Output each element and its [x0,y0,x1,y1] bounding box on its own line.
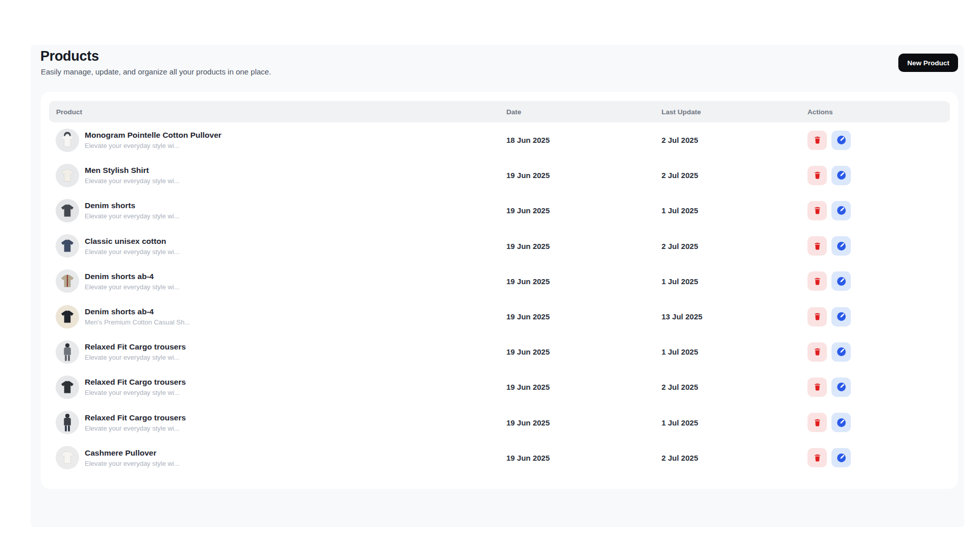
table-row: Denim shorts ab-4 Elevate your everyday … [49,264,950,299]
date-cell: 19 Jun 2025 [506,418,662,427]
product-description: Elevate your everyday style wi... [85,460,180,467]
table-row: Classic unisex cotton Elevate your every… [49,229,950,264]
last-update-cell: 2 Jul 2025 [662,454,807,462]
trash-icon [813,206,822,215]
last-update-cell: 1 Jul 2025 [662,347,807,356]
edit-button[interactable] [831,271,851,291]
product-cell: Denim shorts ab-4 Men's Premium Cotton C… [49,305,506,329]
edit-button[interactable] [831,378,851,397]
edit-pencil-icon [836,276,847,287]
product-description: Elevate your everyday style wi... [85,389,186,396]
product-image [56,305,79,329]
delete-button[interactable] [807,342,827,362]
actions-cell [807,448,949,467]
table-body: Monogram Pointelle Cotton Pullover Eleva… [49,122,950,475]
date-cell: 19 Jun 2025 [506,454,662,462]
edit-pencil-icon [836,382,847,392]
table-row: Denim shorts ab-4 Men's Premium Cotton C… [49,299,950,334]
trash-icon [813,383,822,391]
date-cell: 19 Jun 2025 [506,312,662,321]
last-update-cell: 1 Jul 2025 [662,277,807,286]
date-cell: 19 Jun 2025 [506,242,662,251]
edit-button[interactable] [831,131,851,150]
garment-icon [56,411,79,434]
delete-button[interactable] [807,307,827,327]
product-name: Classic unisex cotton [85,237,180,246]
column-header-product: Product [49,108,506,116]
actions-cell [807,166,949,185]
delete-button[interactable] [807,448,827,467]
product-image [56,375,79,399]
delete-button[interactable] [807,166,827,185]
product-cell: Denim shorts ab-4 Elevate your everyday … [49,269,506,293]
product-cell: Relaxed Fit Cargo trousers Elevate your … [49,375,506,399]
product-image [56,446,79,469]
edit-pencil-icon [836,170,847,181]
product-description: Elevate your everyday style wi... [85,424,186,432]
product-description: Elevate your everyday style wi... [85,177,180,185]
date-cell: 19 Jun 2025 [506,383,662,391]
product-cell: Monogram Pointelle Cotton Pullover Eleva… [49,129,506,152]
trash-icon [813,171,822,180]
last-update-cell: 13 Jul 2025 [662,312,807,321]
delete-button[interactable] [807,378,827,397]
edit-button[interactable] [831,166,851,185]
garment-icon [56,269,79,293]
last-update-cell: 1 Jul 2025 [662,206,807,215]
date-cell: 19 Jun 2025 [506,277,662,286]
product-cell: Classic unisex cotton Elevate your every… [49,234,506,258]
last-update-cell: 2 Jul 2025 [662,136,807,144]
actions-cell [807,307,949,327]
product-name: Cashmere Pullover [85,448,180,458]
actions-cell [807,201,949,220]
new-product-button[interactable]: New Product [898,54,958,72]
edit-button[interactable] [831,413,851,432]
product-name: Relaxed Fit Cargo trousers [85,378,186,387]
trash-icon [813,454,822,462]
product-description: Men's Premium Cotton Casual Sh... [85,318,190,326]
edit-pencil-icon [836,453,847,463]
edit-button[interactable] [831,307,851,327]
product-description: Elevate your everyday style wi... [85,142,222,149]
product-name: Monogram Pointelle Cotton Pullover [85,131,222,140]
products-panel: Products Easily manage, update, and orga… [31,45,964,527]
trash-icon [813,277,822,286]
garment-icon [56,446,79,469]
product-description: Elevate your everyday style wi... [85,283,180,291]
product-name: Relaxed Fit Cargo trousers [85,413,186,422]
garment-icon [56,234,79,258]
date-cell: 18 Jun 2025 [506,136,662,144]
garment-icon [56,164,79,187]
product-description: Elevate your everyday style wi... [85,248,180,256]
delete-button[interactable] [807,201,827,220]
table-header-row: Product Date Last Update Actions [49,101,950,122]
product-image [56,164,79,187]
delete-button[interactable] [807,413,827,432]
product-cell: Relaxed Fit Cargo trousers Elevate your … [49,340,506,364]
delete-button[interactable] [807,271,827,291]
date-cell: 19 Jun 2025 [506,171,662,180]
garment-icon [56,375,79,399]
product-name: Denim shorts ab-4 [85,307,190,316]
product-image [56,129,79,152]
page-subtitle: Easily manage, update, and organize all … [41,67,271,76]
product-cell: Denim shorts Elevate your everyday style… [49,199,506,222]
trash-icon [813,242,822,251]
column-header-date: Date [506,108,662,116]
trash-icon [813,136,822,144]
product-image [56,234,79,258]
garment-icon [56,305,79,329]
actions-cell [807,271,949,291]
edit-button[interactable] [831,342,851,362]
delete-button[interactable] [807,131,827,150]
products-table-card: Product Date Last Update Actions [41,92,958,489]
last-update-cell: 2 Jul 2025 [662,383,807,391]
table-row: Cashmere Pullover Elevate your everyday … [49,440,950,475]
edit-button[interactable] [831,448,851,467]
edit-pencil-icon [836,205,847,216]
edit-button[interactable] [831,201,851,220]
delete-button[interactable] [807,236,827,256]
edit-pencil-icon [836,241,847,252]
edit-button[interactable] [831,236,851,256]
trash-icon [813,347,822,356]
